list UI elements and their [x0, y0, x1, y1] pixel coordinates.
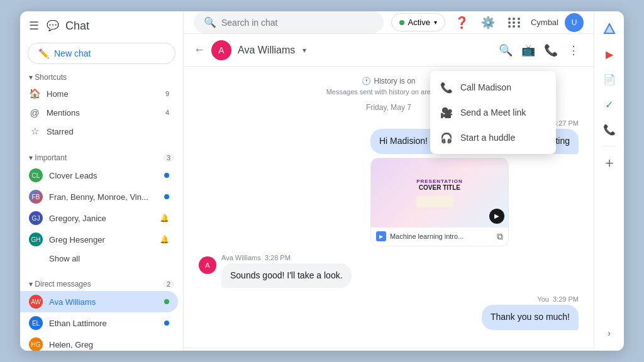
- shortcuts-section: ▾ Shortcuts 🏠 Home 9 @ Mentions 4 ☆ Star…: [20, 69, 183, 141]
- rs-expand-icon[interactable]: ›: [598, 322, 621, 344]
- huddle-icon: 🎧: [440, 131, 453, 144]
- call-button[interactable]: 📞: [541, 40, 561, 60]
- contact-avatar: A: [211, 40, 231, 60]
- rs-drive-icon[interactable]: [598, 18, 621, 40]
- nav-item-starred[interactable]: ☆ Starred: [20, 122, 178, 141]
- new-chat-label: New chat: [54, 48, 91, 58]
- message-row-2: A Ava Williams 3:28 PM Sounds good! I'll…: [199, 254, 579, 288]
- call-madison-icon: 📞: [440, 81, 453, 94]
- user-avatar[interactable]: U: [565, 13, 584, 32]
- home-icon: 🏠: [29, 88, 40, 99]
- new-chat-button[interactable]: ✏️ New chat: [28, 43, 175, 64]
- greg-h-label: Greg Hesenger: [49, 235, 153, 244]
- msg-time-1: 3:27 PM: [553, 119, 579, 127]
- chat-input-area: ➕ History is on A 😊 📁: [184, 348, 594, 351]
- search-icon: 🔍: [204, 16, 216, 28]
- sidebar-header: ☰ 💬 Chat: [20, 11, 183, 40]
- play-button[interactable]: ▶: [489, 209, 504, 224]
- greg-h-avatar: GH: [29, 233, 43, 246]
- nav-item-gregory[interactable]: GJ Gregory, Janice 🔔: [20, 207, 178, 229]
- active-status-button[interactable]: Active ▾: [391, 13, 445, 31]
- settings-button[interactable]: ⚙️: [478, 13, 498, 33]
- fran-group-avatar: FB: [29, 190, 43, 204]
- rs-docs-icon[interactable]: 📄: [598, 68, 621, 90]
- rs-tasks-icon[interactable]: ✓: [598, 93, 621, 116]
- history-text: History is on: [374, 77, 415, 85]
- dropdown-start-huddle[interactable]: 🎧 Start a huddle: [430, 125, 556, 150]
- google-logo: 💬: [45, 19, 59, 33]
- nav-item-important-showall[interactable]: Show all: [20, 250, 178, 267]
- msg-text-2: Sounds good! I'll take a look.: [230, 270, 343, 280]
- nav-item-ava[interactable]: AW Ava Williams: [20, 291, 178, 312]
- more-button[interactable]: ⋮: [564, 40, 584, 60]
- ethan-label: Ethan Lattimore: [49, 319, 158, 328]
- start-huddle-label: Start a huddle: [460, 133, 515, 143]
- msg-sender-2: Ava Williams: [221, 254, 261, 261]
- msg-meta-3: You 3:29 PM: [482, 295, 579, 303]
- gregory-mute: 🔔: [160, 214, 169, 222]
- search-chat-button[interactable]: 🔍: [496, 40, 516, 60]
- gregory-avatar: GJ: [29, 211, 43, 225]
- mentions-label: Mentions: [47, 108, 159, 118]
- direct-badge: 2: [163, 280, 174, 288]
- search-input[interactable]: [221, 18, 374, 28]
- new-chat-icon: ✏️: [38, 48, 49, 58]
- video-icon: 📺: [521, 43, 535, 57]
- help-button[interactable]: ❓: [452, 13, 472, 33]
- more-icon: ⋮: [568, 43, 579, 57]
- search-chat-icon: 🔍: [499, 43, 513, 57]
- dropdown-call-madison[interactable]: 📞 Call Madison: [430, 75, 556, 100]
- greg-h-mute: 🔔: [160, 235, 169, 244]
- nav-item-mentions[interactable]: @ Mentions 4: [20, 103, 178, 122]
- search-bar[interactable]: 🔍: [194, 11, 384, 33]
- topbar-right: Active ▾ ❓ ⚙️ Cymbal U: [391, 13, 584, 33]
- message-content-2: Ava Williams 3:28 PM Sounds good! I'll t…: [221, 254, 352, 288]
- back-button[interactable]: ←: [194, 43, 205, 57]
- rs-add-button[interactable]: ＋: [598, 151, 621, 174]
- topbar: 🔍 Active ▾ ❓ ⚙️: [184, 11, 594, 34]
- call-dropdown: 📞 Call Madison 🎥 Send a Meet link 🎧 Star…: [430, 71, 556, 154]
- attachment-card[interactable]: PRESENTATION COVER TITLE ▶ ▶ Machine lea…: [370, 158, 509, 246]
- home-badge: 9: [165, 90, 169, 97]
- sidebar: ☰ 💬 Chat ✏️ New chat ▾ Shortcuts 🏠 Home …: [20, 11, 184, 351]
- direct-header[interactable]: ▾ Direct messages 2: [20, 276, 183, 291]
- msg-text-3: Thank you so much!: [491, 312, 570, 322]
- ethan-avatar: EL: [29, 316, 43, 330]
- rs-divider: [602, 146, 617, 146]
- helen-avatar: HG: [29, 337, 43, 351]
- menu-icon[interactable]: ☰: [29, 19, 39, 33]
- rs-phone-icon[interactable]: 📞: [598, 118, 621, 141]
- nav-item-fran-group[interactable]: FB Fran, Benny, Monroe, Vin...: [20, 186, 178, 207]
- video-button[interactable]: 📺: [518, 40, 538, 60]
- contact-chevron[interactable]: ▾: [303, 46, 306, 55]
- nav-item-ethan[interactable]: EL Ethan Lattimore: [20, 312, 178, 334]
- shortcuts-header[interactable]: ▾ Shortcuts: [20, 69, 183, 84]
- send-meet-label: Send a Meet link: [460, 107, 526, 118]
- svg-marker-3: [604, 24, 614, 33]
- apps-button[interactable]: [504, 13, 525, 33]
- copy-icon[interactable]: ⧉: [497, 231, 503, 242]
- history-icon: 🕐: [362, 77, 371, 85]
- dropdown-send-meet[interactable]: 🎥 Send a Meet link: [430, 100, 556, 125]
- svg-text:💬: 💬: [47, 19, 59, 31]
- message-row-3: You 3:29 PM Thank you so much!: [199, 295, 579, 330]
- ava-avatar: AW: [29, 295, 43, 309]
- important-showall-label: Show all: [49, 254, 169, 263]
- important-header[interactable]: ▾ Important 3: [20, 150, 183, 165]
- msg-bubble-2: Sounds good! I'll take a look.: [221, 263, 352, 288]
- contact-name: Ava Williams: [238, 45, 295, 56]
- nav-item-helen[interactable]: HG Helen, Greg: [20, 334, 178, 351]
- mentions-icon: @: [29, 107, 40, 118]
- home-label: Home: [47, 89, 159, 99]
- rs-meet-icon[interactable]: ▶: [598, 43, 621, 65]
- nav-item-clover-leads[interactable]: CL Clover Leads: [20, 165, 178, 186]
- starred-icon: ☆: [29, 126, 40, 137]
- help-icon: ❓: [455, 16, 469, 30]
- attachment-type-icon: ▶: [376, 231, 386, 241]
- attachment-preview: PRESENTATION COVER TITLE ▶: [371, 158, 508, 228]
- nav-item-home[interactable]: 🏠 Home 9: [20, 84, 178, 103]
- nav-item-greg-h[interactable]: GH Greg Hesenger 🔔: [20, 229, 178, 250]
- mentions-badge: 4: [165, 109, 169, 116]
- attachment-footer: ▶ Machine learning intro... ⧉: [371, 228, 508, 246]
- msg-time-3: 3:29 PM: [553, 295, 579, 303]
